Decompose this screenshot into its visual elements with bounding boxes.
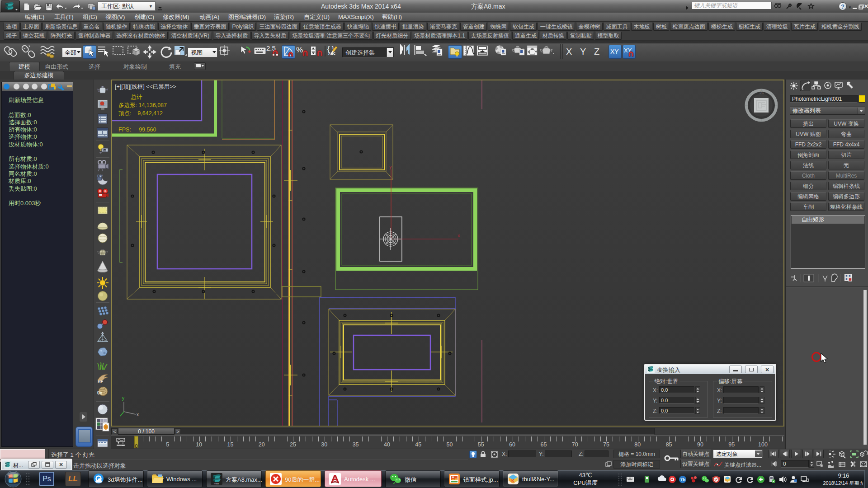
svg-text:X: X — [566, 47, 572, 56]
svg-text:Z: Z — [594, 47, 599, 56]
svg-text:Y: Y — [580, 47, 586, 56]
svg-text:max: max — [214, 482, 219, 485]
svg-text:%: % — [296, 46, 303, 54]
svg-text:Tb: Tb — [680, 478, 685, 482]
svg-text:北: 北 — [760, 90, 764, 94]
svg-text:K: K — [511, 479, 515, 483]
svg-text:x: x — [137, 412, 139, 417]
svg-text:y: y — [389, 164, 392, 169]
svg-text:x: x — [458, 233, 460, 238]
svg-text:HF: HF — [98, 379, 103, 384]
svg-text:y: y — [122, 396, 124, 401]
svg-text:XY: XY — [610, 48, 619, 55]
svg-text:ABC: ABC — [328, 52, 336, 56]
svg-text:0x: 0x — [97, 390, 103, 395]
